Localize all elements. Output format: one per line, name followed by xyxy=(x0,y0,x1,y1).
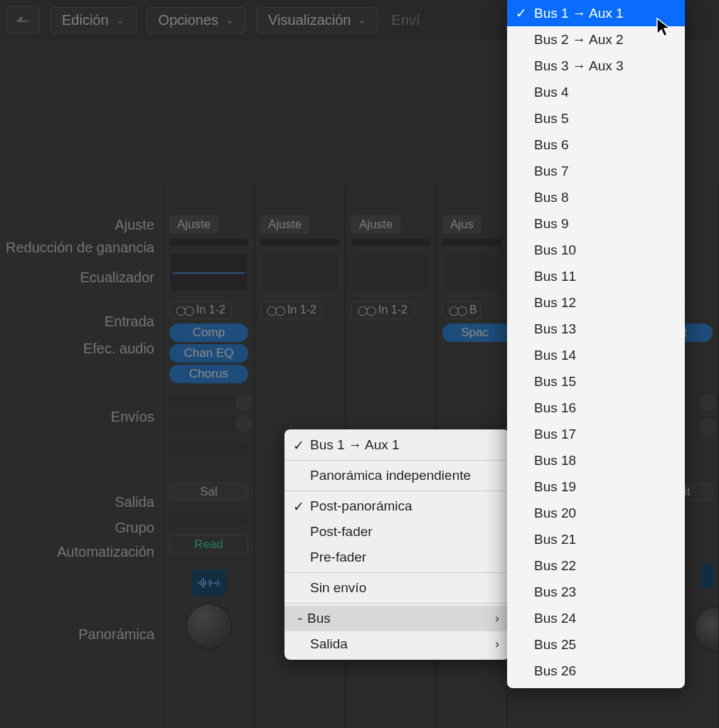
input-slot[interactable]: ◯◯ In 1-2 xyxy=(169,301,232,319)
check-icon: ✓ xyxy=(293,437,310,454)
chevron-down-icon: ⌄ xyxy=(116,14,124,26)
bus-menu-item[interactable]: Bus 16 xyxy=(507,395,685,421)
chevron-right-icon: › xyxy=(495,637,499,651)
view-menu-label: Visualización xyxy=(268,12,351,28)
ctx-label: Salida xyxy=(310,636,348,652)
ctx-item-pre-fader[interactable]: Pre-fader xyxy=(284,545,509,570)
input-slot[interactable]: ◯◯ B xyxy=(442,301,481,319)
send-context-menu: ✓ Bus 1 → Aux 1 Panorámica independiente… xyxy=(284,429,509,660)
pan-knob[interactable] xyxy=(694,606,718,652)
ctx-label: Bus 1 → Aux 1 xyxy=(310,437,400,453)
bus-menu-item[interactable]: Bus 2 → Aux 2 xyxy=(507,26,685,53)
group-slot[interactable] xyxy=(169,511,248,527)
bus-menu-item[interactable]: Bus 23 xyxy=(507,579,685,605)
bus-menu-label: Bus 3 → Aux 3 xyxy=(534,58,624,74)
ctx-label: Bus xyxy=(307,611,331,626)
bus-menu-label: Bus 21 xyxy=(534,532,576,547)
automation-mode[interactable]: Read xyxy=(169,535,248,554)
bus-menu-label: Bus 20 xyxy=(534,505,576,521)
eq-thumbnail[interactable] xyxy=(260,253,339,291)
bus-menu-item[interactable]: Bus 18 xyxy=(507,447,685,473)
bus-menu-item[interactable]: Bus 3 → Aux 3 xyxy=(507,53,685,79)
dash-icon: - xyxy=(293,611,307,626)
bus-menu-item[interactable]: Bus 9 xyxy=(507,210,685,237)
input-label: In 1-2 xyxy=(378,304,408,316)
fx-chan-eq[interactable]: Chan EQ xyxy=(169,344,248,363)
eq-thumbnail[interactable] xyxy=(351,253,430,291)
bus-menu-item[interactable]: Bus 5 xyxy=(507,105,685,132)
ctx-item-pan-independent[interactable]: Panorámica independiente xyxy=(284,463,509,488)
bus-menu-label: Bus 5 xyxy=(534,111,569,127)
send-level-knob[interactable] xyxy=(235,395,251,410)
bus-menu-label: Bus 23 xyxy=(534,584,576,600)
output-slot[interactable]: Sal xyxy=(169,483,248,501)
bus-menu-label: Bus 18 xyxy=(534,453,576,469)
bus-menu-item[interactable]: Bus 13 xyxy=(507,316,685,342)
eq-thumbnail[interactable] xyxy=(442,253,501,291)
stereo-icon: ◯◯ xyxy=(267,305,284,316)
automation-label: Read xyxy=(194,537,223,552)
bus-menu-item[interactable]: Bus 14 xyxy=(507,342,685,368)
bus-menu-item[interactable]: ✓Bus 1 → Aux 1 xyxy=(507,0,685,26)
options-menu-label: Opciones xyxy=(159,12,219,28)
check-icon: ✓ xyxy=(293,498,310,515)
bus-menu-item[interactable]: Bus 24 xyxy=(507,605,685,631)
bus-menu-item[interactable]: Bus 25 xyxy=(507,631,685,658)
setting-button[interactable]: Ajuste xyxy=(351,215,400,234)
ctx-item-post-fader[interactable]: Post-fader xyxy=(284,519,509,545)
bus-menu-item[interactable]: Bus 8 xyxy=(507,184,685,210)
fx-chorus[interactable]: Chorus xyxy=(169,365,248,383)
send-level-knob[interactable] xyxy=(700,419,715,434)
bus-menu-item[interactable]: Bus 21 xyxy=(507,526,685,552)
bus-menu-item[interactable]: Bus 19 xyxy=(507,473,685,500)
pan-knob[interactable] xyxy=(186,604,232,649)
setting-button[interactable]: Ajuste xyxy=(260,215,309,234)
bus-menu-item[interactable]: Bus 4 xyxy=(507,79,685,105)
edit-menu[interactable]: Edición ⌄ xyxy=(50,7,137,33)
output-label: it xyxy=(684,485,691,499)
send-level-knob[interactable] xyxy=(235,416,251,432)
bus-menu-label: Bus 26 xyxy=(534,663,576,679)
send-level-knob[interactable] xyxy=(700,395,715,410)
label-audio-fx: Efec. audio xyxy=(0,337,163,405)
options-menu[interactable]: Opciones ⌄ xyxy=(147,7,247,33)
bus-menu-label: Bus 15 xyxy=(534,374,576,390)
stereo-icon: ◯◯ xyxy=(449,305,466,316)
bus-menu-item[interactable]: Bus 11 xyxy=(507,263,685,289)
bus-menu-item[interactable]: Bus 20 xyxy=(507,500,685,526)
bus-menu-label: Bus 10 xyxy=(534,242,576,258)
setting-button[interactable]: Ajuste xyxy=(169,215,218,234)
ctx-item-output-submenu[interactable]: Salida › xyxy=(284,631,509,657)
menu-separator xyxy=(284,572,509,573)
bus-submenu: ✓Bus 1 → Aux 1Bus 2 → Aux 2Bus 3 → Aux 3… xyxy=(507,0,685,688)
back-up-button[interactable] xyxy=(6,6,40,34)
setting-button[interactable]: Ajus xyxy=(442,215,481,234)
waveform-icon-button[interactable] xyxy=(191,569,227,596)
ctx-item-post-pan[interactable]: ✓ Post-panorámica xyxy=(284,493,509,519)
input-slot[interactable]: ◯◯ In 1-2 xyxy=(260,301,323,319)
bus-menu-item[interactable]: Bus 22 xyxy=(507,552,685,579)
ctx-item-no-send[interactable]: Sin envío xyxy=(284,575,509,601)
input-label: B xyxy=(469,304,477,316)
fx-comp[interactable]: Comp xyxy=(169,323,248,342)
bus-menu-item[interactable]: Bus 6 xyxy=(507,132,685,158)
fx-space-designer[interactable]: Spac xyxy=(442,323,507,342)
input-slot[interactable]: ◯◯ In 1-2 xyxy=(351,301,414,319)
send-slot[interactable] xyxy=(169,441,248,457)
bus-menu-item[interactable]: Bus 15 xyxy=(507,368,685,395)
check-icon: ✓ xyxy=(516,5,534,21)
view-menu[interactable]: Visualización ⌄ xyxy=(256,7,378,33)
bus-menu-item[interactable]: Bus 26 xyxy=(507,658,685,684)
output-label: Sal xyxy=(200,485,218,499)
ctx-item-bus-submenu[interactable]: - Bus › xyxy=(284,606,509,631)
bus-menu-item[interactable]: Bus 10 xyxy=(507,237,685,263)
waveform-icon-button[interactable] xyxy=(700,564,714,589)
bus-menu-item[interactable]: Bus 7 xyxy=(507,158,685,184)
menu-separator xyxy=(284,491,509,491)
eq-thumbnail[interactable] xyxy=(169,253,248,291)
bus-menu-label: Bus 24 xyxy=(534,611,576,626)
chevron-right-icon: › xyxy=(495,611,499,626)
ctx-item-bus1-aux1[interactable]: ✓ Bus 1 → Aux 1 xyxy=(284,432,509,458)
bus-menu-item[interactable]: Bus 12 xyxy=(507,289,685,316)
bus-menu-item[interactable]: Bus 17 xyxy=(507,421,685,447)
